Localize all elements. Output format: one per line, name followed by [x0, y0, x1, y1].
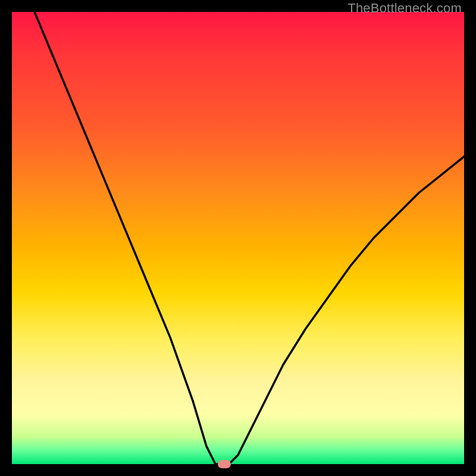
chart-frame: TheBottleneck.com — [0, 0, 476, 476]
bottleneck-curve — [35, 12, 464, 464]
plot-area — [12, 12, 464, 464]
optimum-marker — [218, 460, 231, 468]
curve-svg — [12, 12, 464, 464]
watermark-text: TheBottleneck.com — [347, 1, 462, 16]
